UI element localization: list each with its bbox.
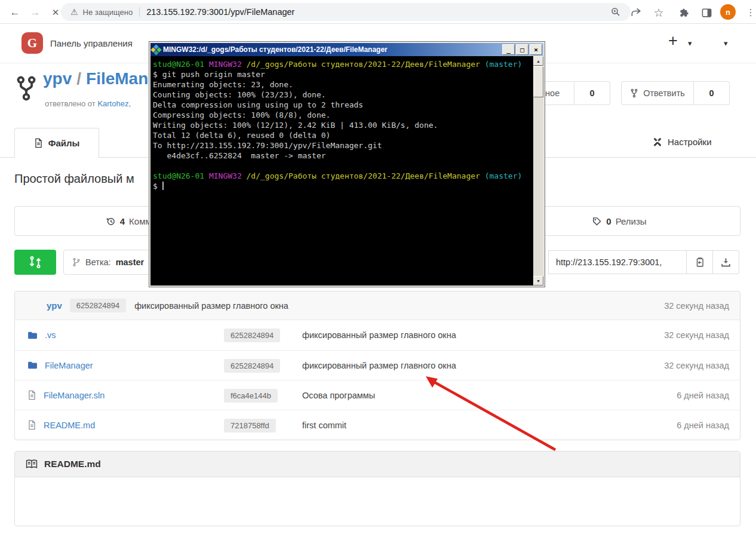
compare-button[interactable]	[14, 250, 56, 275]
readme-title: README.md	[44, 459, 101, 469]
commit-message[interactable]: фиксированный размер главного окна	[302, 330, 664, 340]
repo-fork-icon	[14, 75, 38, 102]
commit-time: 6 дней назад	[677, 391, 729, 400]
extensions-icon[interactable]	[677, 5, 692, 20]
file-link[interactable]: FileManager.sln	[44, 391, 105, 400]
repo-owner-link[interactable]: ypv	[43, 69, 72, 88]
tools-icon	[652, 136, 663, 147]
tab-files[interactable]: Файлы	[14, 128, 99, 158]
security-label: Не защищено	[83, 8, 133, 17]
terminal-line: e4de3cf..6252824 master -> master	[153, 151, 531, 161]
minimize-button[interactable]: _	[502, 44, 515, 55]
terminal-body: stud@N26-01 MINGW32 /d/_gogs/Работы студ…	[150, 56, 543, 286]
compare-icon	[28, 255, 42, 269]
browser-toolbar: ← → ✕ ⚠ Не защищено 213.155.192.79:3001/…	[0, 0, 756, 24]
table-row: FileManager.slnf6ca4e144bОсова программы…	[15, 380, 740, 410]
copy-url-button[interactable]	[687, 250, 713, 274]
address-separator	[139, 7, 140, 17]
committer-link[interactable]: ypv	[47, 300, 62, 311]
clone-url-group	[548, 250, 739, 274]
maximize-button[interactable]: □	[516, 44, 528, 55]
fork-button[interactable]: Ответвить	[621, 81, 694, 105]
forward-icon[interactable]: →	[27, 5, 43, 20]
gogs-logo[interactable]: G	[21, 32, 43, 54]
commit-sha-badge[interactable]: 6252824894	[70, 299, 126, 312]
commit-time: 32 секунд назад	[664, 361, 729, 370]
repo-description: Простой файловый м	[14, 172, 134, 186]
scroll-up-icon[interactable]: ▲	[533, 56, 543, 66]
clipboard-icon	[694, 257, 705, 268]
terminal-output[interactable]: stud@N26-01 MINGW32 /d/_gogs/Работы студ…	[150, 56, 533, 286]
terminal-window[interactable]: MINGW32:/d/_gogs/Работы студентов/2021-2…	[149, 41, 545, 287]
folder-icon	[27, 361, 38, 370]
commit-sha-badge[interactable]: 7218758ffd	[224, 419, 276, 432]
file-link[interactable]: .vs	[45, 330, 56, 340]
address-bar[interactable]: ⚠ Не защищено 213.155.192.79:3001/ypv/Fi…	[61, 3, 631, 21]
file-table: ypv 6252824894 фиксированный размер глав…	[14, 291, 740, 440]
folder-icon	[27, 331, 38, 340]
terminal-scrollbar[interactable]: ▲ ▼	[533, 56, 543, 286]
readme-header: README.md	[15, 452, 740, 477]
terminal-line: Writing objects: 100% (12/12), 2.42 KiB …	[153, 120, 531, 130]
readme-panel: README.md	[14, 451, 740, 526]
commit-message[interactable]: фиксированный размер главного окна	[302, 361, 664, 370]
commit-sha-badge[interactable]: f6ca4e144b	[224, 389, 278, 403]
mingw-icon	[150, 44, 161, 55]
commit-time: 32 секунд назад	[664, 330, 729, 340]
close-button[interactable]: ×	[530, 44, 542, 55]
window-controls: _ □ ×	[502, 44, 542, 55]
terminal-titlebar[interactable]: MINGW32:/d/_gogs/Работы студентов/2021-2…	[150, 43, 543, 56]
table-row: README.md7218758ffdfirst commit6 дней на…	[15, 410, 740, 440]
bookmark-star-icon[interactable]: ☆	[651, 5, 666, 20]
terminal-title: MINGW32:/d/_gogs/Работы студентов/2021-2…	[163, 45, 499, 54]
title-separator: /	[72, 69, 86, 88]
commit-message[interactable]: Осова программы	[302, 391, 677, 400]
commit-message[interactable]: first commit	[302, 421, 677, 430]
history-icon	[106, 216, 116, 226]
star-count[interactable]: 0	[574, 81, 610, 105]
tag-icon	[592, 216, 602, 226]
screen: ← → ✕ ⚠ Не защищено 213.155.192.79:3001/…	[0, 0, 756, 534]
terminal-line: stud@N26-01 MINGW32 /d/_gogs/Работы студ…	[153, 59, 531, 69]
terminal-line	[153, 161, 531, 171]
fork-icon	[630, 88, 638, 98]
fork-count[interactable]: 0	[694, 81, 730, 105]
dashboard-link[interactable]: Панель управления	[50, 38, 133, 48]
file-link[interactable]: FileManager	[45, 361, 93, 370]
table-row: FileManager6252824894фиксированный разме…	[15, 350, 740, 380]
latest-commit-row: ypv 6252824894 фиксированный размер глав…	[15, 291, 740, 320]
back-icon[interactable]: ←	[7, 5, 23, 20]
side-panel-icon[interactable]	[699, 5, 714, 20]
url-text: 213.155.192.79:3001/ypv/FileManager	[146, 7, 294, 17]
terminal-line: To http://213.155.192.79:3001/ypv/FileMa…	[153, 140, 531, 151]
user-menu-caret-icon[interactable]: ▾	[724, 39, 728, 48]
branch-icon	[72, 257, 81, 267]
profile-avatar[interactable]: n	[720, 4, 736, 20]
zoom-icon[interactable]	[610, 7, 621, 17]
terminal-line: stud@N26-01 MINGW32 /d/_gogs/Работы студ…	[153, 171, 531, 181]
share-icon[interactable]	[628, 5, 644, 20]
create-new-button[interactable]: +	[668, 32, 678, 50]
commit-sha-badge[interactable]: 6252824894	[224, 359, 280, 373]
create-caret-icon[interactable]: ▾	[688, 39, 692, 48]
forked-from: ответвлено от Kartohez,	[45, 99, 131, 108]
terminal-line: Enumerating objects: 23, done.	[153, 79, 531, 90]
settings-link[interactable]: Настройки	[652, 136, 712, 147]
forked-from-link[interactable]: Kartohez,	[97, 99, 131, 108]
menu-kebab-icon[interactable]: ⋮	[743, 5, 756, 20]
clone-url-input[interactable]	[548, 250, 687, 274]
scroll-down-icon[interactable]: ▼	[533, 276, 543, 286]
download-button[interactable]	[713, 250, 739, 274]
terminal-line: Counting objects: 100% (23/23), done.	[153, 90, 531, 100]
terminal-line: $	[153, 181, 531, 191]
commit-message[interactable]: фиксированный размер главного окна	[134, 301, 288, 311]
files-icon	[34, 138, 43, 148]
scroll-thumb[interactable]	[533, 66, 543, 97]
file-icon	[27, 390, 36, 400]
file-link[interactable]: README.md	[44, 421, 95, 430]
commit-sha-badge[interactable]: 6252824894	[224, 329, 280, 342]
not-secure-icon: ⚠	[70, 7, 78, 17]
terminal-line: Delta compression using using up to 2 th…	[153, 100, 531, 110]
download-icon	[720, 257, 732, 268]
table-row: .vs6252824894фиксированный размер главно…	[15, 320, 740, 350]
